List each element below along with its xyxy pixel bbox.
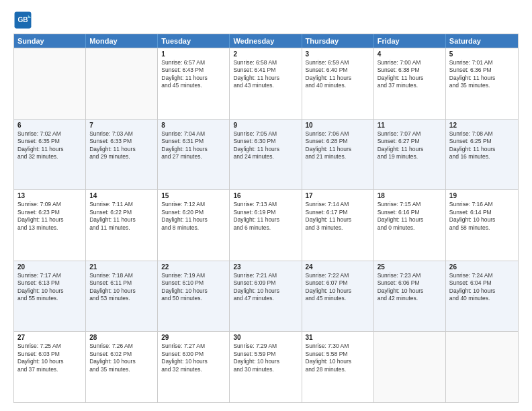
day-info: Sunrise: 7:00 AM Sunset: 6:38 PM Dayligh… [378,59,442,90]
empty-cell [14,48,86,119]
day-cell-9: 9Sunrise: 7:05 AM Sunset: 6:30 PM Daylig… [230,120,302,190]
day-number: 5 [449,50,515,58]
day-header-friday: Friday [374,34,446,48]
calendar-page: GB SundayMondayTuesdayWednesdayThursdayF… [0,0,532,411]
day-number: 31 [306,334,370,341]
day-cell-21: 21Sunrise: 7:18 AM Sunset: 6:11 PM Dayli… [86,261,158,332]
day-cell-31: 31Sunrise: 7:30 AM Sunset: 5:58 PM Dayli… [302,332,374,402]
empty-cell [374,332,446,402]
day-info: Sunrise: 7:15 AM Sunset: 6:16 PM Dayligh… [378,201,442,232]
day-header-wednesday: Wednesday [230,34,302,48]
day-cell-24: 24Sunrise: 7:22 AM Sunset: 6:07 PM Dayli… [302,261,374,332]
day-header-monday: Monday [86,34,158,48]
day-cell-14: 14Sunrise: 7:11 AM Sunset: 6:22 PM Dayli… [86,190,158,261]
day-number: 15 [161,192,226,199]
day-number: 9 [233,122,298,129]
day-cell-13: 13Sunrise: 7:09 AM Sunset: 6:23 PM Dayli… [14,190,86,261]
calendar: SundayMondayTuesdayWednesdayThursdayFrid… [13,34,519,403]
day-info: Sunrise: 7:05 AM Sunset: 6:30 PM Dayligh… [233,130,298,161]
day-number: 25 [378,263,442,271]
day-cell-8: 8Sunrise: 7:04 AM Sunset: 6:31 PM Daylig… [158,120,230,190]
day-info: Sunrise: 7:02 AM Sunset: 6:35 PM Dayligh… [17,130,82,161]
day-cell-30: 30Sunrise: 7:29 AM Sunset: 5:59 PM Dayli… [230,332,302,402]
day-cell-12: 12Sunrise: 7:08 AM Sunset: 6:25 PM Dayli… [446,120,518,190]
day-cell-27: 27Sunrise: 7:25 AM Sunset: 6:03 PM Dayli… [14,332,86,402]
day-number: 14 [89,192,154,199]
day-info: Sunrise: 7:11 AM Sunset: 6:22 PM Dayligh… [89,201,154,232]
day-cell-25: 25Sunrise: 7:23 AM Sunset: 6:06 PM Dayli… [374,261,446,332]
logo-icon: GB [13,11,32,30]
day-number: 12 [449,122,515,129]
day-cell-29: 29Sunrise: 7:27 AM Sunset: 6:00 PM Dayli… [158,332,230,402]
day-number: 13 [17,192,82,199]
day-header-sunday: Sunday [14,34,86,48]
day-cell-4: 4Sunrise: 7:00 AM Sunset: 6:38 PM Daylig… [374,48,446,119]
day-number: 20 [17,263,82,271]
day-number: 30 [233,334,298,341]
calendar-header: SundayMondayTuesdayWednesdayThursdayFrid… [14,34,518,48]
day-cell-2: 2Sunrise: 6:58 AM Sunset: 6:41 PM Daylig… [230,48,302,119]
day-number: 8 [161,122,226,129]
day-cell-19: 19Sunrise: 7:16 AM Sunset: 6:14 PM Dayli… [446,190,518,261]
day-cell-20: 20Sunrise: 7:17 AM Sunset: 6:13 PM Dayli… [14,261,86,332]
day-info: Sunrise: 7:29 AM Sunset: 5:59 PM Dayligh… [233,342,298,373]
day-header-thursday: Thursday [302,34,374,48]
day-info: Sunrise: 7:01 AM Sunset: 6:36 PM Dayligh… [449,59,515,90]
day-cell-23: 23Sunrise: 7:21 AM Sunset: 6:09 PM Dayli… [230,261,302,332]
calendar-row-5: 27Sunrise: 7:25 AM Sunset: 6:03 PM Dayli… [14,331,518,402]
day-number: 4 [378,50,442,58]
day-header-tuesday: Tuesday [158,34,230,48]
day-info: Sunrise: 7:16 AM Sunset: 6:14 PM Dayligh… [449,201,515,232]
day-info: Sunrise: 7:23 AM Sunset: 6:06 PM Dayligh… [378,272,442,303]
day-cell-5: 5Sunrise: 7:01 AM Sunset: 6:36 PM Daylig… [446,48,518,119]
day-number: 26 [449,263,515,271]
day-number: 10 [306,122,370,129]
day-info: Sunrise: 7:25 AM Sunset: 6:03 PM Dayligh… [17,342,82,373]
day-cell-3: 3Sunrise: 6:59 AM Sunset: 6:40 PM Daylig… [302,48,374,119]
day-info: Sunrise: 7:08 AM Sunset: 6:25 PM Dayligh… [449,130,515,161]
day-info: Sunrise: 7:26 AM Sunset: 6:02 PM Dayligh… [89,342,154,373]
day-number: 29 [161,334,226,341]
day-info: Sunrise: 7:13 AM Sunset: 6:19 PM Dayligh… [233,201,298,232]
day-number: 19 [449,192,515,199]
day-info: Sunrise: 7:27 AM Sunset: 6:00 PM Dayligh… [161,342,226,373]
day-cell-1: 1Sunrise: 6:57 AM Sunset: 6:43 PM Daylig… [158,48,230,119]
day-info: Sunrise: 7:14 AM Sunset: 6:17 PM Dayligh… [306,201,370,232]
day-cell-26: 26Sunrise: 7:24 AM Sunset: 6:04 PM Dayli… [446,261,518,332]
day-info: Sunrise: 7:12 AM Sunset: 6:20 PM Dayligh… [161,201,226,232]
calendar-row-1: 1Sunrise: 6:57 AM Sunset: 6:43 PM Daylig… [14,48,518,119]
day-cell-22: 22Sunrise: 7:19 AM Sunset: 6:10 PM Dayli… [158,261,230,332]
day-cell-15: 15Sunrise: 7:12 AM Sunset: 6:20 PM Dayli… [158,190,230,261]
day-info: Sunrise: 7:17 AM Sunset: 6:13 PM Dayligh… [17,272,82,303]
day-number: 11 [378,122,442,129]
day-info: Sunrise: 7:04 AM Sunset: 6:31 PM Dayligh… [161,130,226,161]
day-info: Sunrise: 7:24 AM Sunset: 6:04 PM Dayligh… [449,272,515,303]
day-cell-11: 11Sunrise: 7:07 AM Sunset: 6:27 PM Dayli… [374,120,446,190]
day-number: 21 [89,263,154,271]
day-number: 1 [161,50,226,58]
day-number: 28 [89,334,154,341]
day-info: Sunrise: 7:07 AM Sunset: 6:27 PM Dayligh… [378,130,442,161]
day-cell-16: 16Sunrise: 7:13 AM Sunset: 6:19 PM Dayli… [230,190,302,261]
logo: GB [13,11,35,30]
day-cell-18: 18Sunrise: 7:15 AM Sunset: 6:16 PM Dayli… [374,190,446,261]
day-info: Sunrise: 6:57 AM Sunset: 6:43 PM Dayligh… [161,59,226,90]
calendar-row-4: 20Sunrise: 7:17 AM Sunset: 6:13 PM Dayli… [14,261,518,332]
day-number: 24 [306,263,370,271]
day-number: 2 [233,50,298,58]
calendar-row-3: 13Sunrise: 7:09 AM Sunset: 6:23 PM Dayli… [14,189,518,261]
day-info: Sunrise: 7:22 AM Sunset: 6:07 PM Dayligh… [306,272,370,303]
day-cell-28: 28Sunrise: 7:26 AM Sunset: 6:02 PM Dayli… [86,332,158,402]
day-number: 7 [89,122,154,129]
day-number: 23 [233,263,298,271]
day-number: 27 [17,334,82,341]
header: GB [13,11,519,30]
day-number: 17 [306,192,370,199]
day-info: Sunrise: 7:19 AM Sunset: 6:10 PM Dayligh… [161,272,226,303]
day-info: Sunrise: 7:21 AM Sunset: 6:09 PM Dayligh… [233,272,298,303]
empty-cell [86,48,158,119]
svg-text:GB: GB [17,16,28,24]
day-number: 22 [161,263,226,271]
day-info: Sunrise: 7:18 AM Sunset: 6:11 PM Dayligh… [89,272,154,303]
calendar-body: 1Sunrise: 6:57 AM Sunset: 6:43 PM Daylig… [14,48,518,402]
